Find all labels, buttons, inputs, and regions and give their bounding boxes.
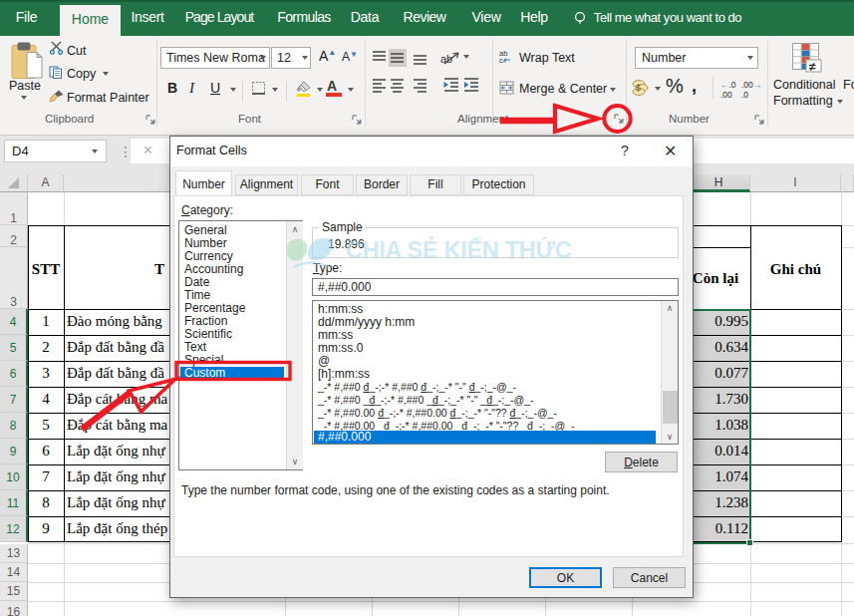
svg-text:c: c — [499, 56, 503, 64]
svg-text:$: $ — [636, 83, 641, 93]
svg-text:≠: ≠ — [809, 60, 816, 74]
